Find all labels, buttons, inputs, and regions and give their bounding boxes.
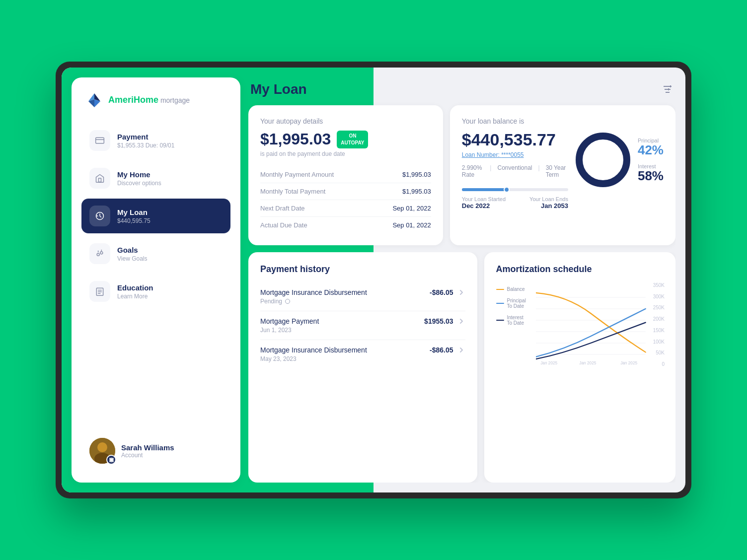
chevron-right-icon-0 bbox=[457, 288, 465, 296]
svg-point-10 bbox=[100, 252, 103, 254]
donut-chart-area: Principal 42% Interest 58% bbox=[568, 130, 664, 190]
legend-interest: InterestTo Date bbox=[496, 315, 536, 326]
payment-amount-2: -$86.05 bbox=[430, 346, 465, 354]
loan-ends-val: Jan 2053 bbox=[529, 202, 568, 210]
payment-name-0: Mortgage Insurance Disbursement bbox=[260, 288, 367, 296]
sidebar-item-my-home[interactable]: My Home Discover options bbox=[81, 161, 230, 196]
table-row: Monthly Total Payment $1,995.03 bbox=[260, 183, 431, 200]
loan-dates: Your Loan Started Dec 2022 Your Loan End… bbox=[462, 196, 568, 210]
goals-icon-box bbox=[89, 243, 110, 264]
user-role: Account bbox=[121, 452, 174, 459]
autopay-row-val-0: $1,995.03 bbox=[373, 166, 431, 183]
logo-icon bbox=[85, 91, 103, 109]
chart-svg: Jan 2025 Jan 2025 Jan 2025 bbox=[536, 282, 664, 369]
amortization-chart-wrap: Balance PrincipalTo Date InterestTo Date bbox=[496, 282, 664, 371]
payment-date-2: May 23, 2023 bbox=[260, 355, 465, 362]
payment-history-card: Payment history Mortgage Insurance Disbu… bbox=[248, 252, 477, 483]
filter-icon bbox=[662, 83, 673, 95]
balance-left: $440,535.77 Loan Number: ****0055 2.990%… bbox=[462, 130, 568, 210]
avatar bbox=[89, 438, 115, 464]
payment-item-1[interactable]: Mortgage Payment $1955.03 Jun 1, 2023 bbox=[260, 311, 465, 340]
payment-icon-box bbox=[89, 130, 110, 151]
sidebar-item-goals[interactable]: Goals View Goals bbox=[81, 236, 230, 271]
payment-item-0[interactable]: Mortgage Insurance Disbursement -$86.05 … bbox=[260, 282, 465, 311]
loan-meta: 2.990% Rate | Conventional | 30 Year Ter… bbox=[462, 164, 568, 178]
goals-icon bbox=[95, 249, 105, 259]
sidebar-item-education[interactable]: Education Learn More bbox=[81, 274, 230, 309]
legend-balance: Balance bbox=[496, 286, 536, 292]
screen: AmeriHome mortgage Payment $1,955.33 Due… bbox=[62, 68, 685, 492]
autopay-amount-row: $1,995.03 ONAUTOPAY bbox=[260, 130, 431, 148]
autopay-sub: is paid on the payment due date bbox=[260, 150, 431, 157]
payment-icon bbox=[95, 136, 105, 145]
sidebar: AmeriHome mortgage Payment $1,955.33 Due… bbox=[72, 77, 240, 483]
loan-number[interactable]: Loan Number: ****0055 bbox=[462, 151, 568, 158]
logo-text: AmeriHome mortgage bbox=[108, 95, 190, 105]
svg-text:Jan 2025: Jan 2025 bbox=[620, 361, 637, 365]
gear-icon bbox=[109, 457, 114, 463]
main-content: My Loan Your au bbox=[248, 77, 675, 483]
pending-indicator bbox=[285, 299, 290, 304]
user-info: Sarah Williams Account bbox=[121, 443, 174, 459]
loan-ends-label: Your Loan Ends bbox=[529, 196, 568, 202]
loan-started-val: Dec 2022 bbox=[462, 202, 506, 210]
sidebar-item-my-loan[interactable]: My Loan $440,595.75 bbox=[81, 199, 230, 233]
loan-started-label: Your Loan Started bbox=[462, 196, 506, 202]
y-axis-labels: 350K 300K 250K 200K 150K 100K 50K 0 bbox=[653, 282, 665, 367]
autopay-row-val-3: Sep 01, 2022 bbox=[373, 217, 431, 234]
sidebar-item-payment[interactable]: Payment $1,955.33 Due: 09/01 bbox=[81, 123, 230, 158]
interest-label: Interest 58% bbox=[638, 163, 664, 182]
table-row: Actual Due Date Sep 01, 2022 bbox=[260, 217, 431, 234]
nav-label-education: Education Learn More bbox=[117, 283, 153, 300]
svg-point-20 bbox=[98, 443, 106, 451]
page-header: My Loan bbox=[248, 77, 675, 98]
autopay-card: Your autopay details $1,995.03 ONAUTOPAY… bbox=[248, 105, 443, 245]
svg-text:Jan 2025: Jan 2025 bbox=[540, 361, 557, 365]
payment-date-0: Pending bbox=[260, 298, 465, 305]
settings-badge[interactable] bbox=[106, 455, 116, 465]
donut-legend: Principal 42% Interest 58% bbox=[638, 138, 664, 182]
svg-rect-6 bbox=[99, 178, 101, 182]
balance-card: Your loan balance is $440,535.77 Loan Nu… bbox=[450, 105, 675, 245]
autopay-row-label-1: Monthly Total Payment bbox=[260, 183, 373, 200]
logo-area: AmeriHome mortgage bbox=[81, 91, 230, 109]
payment-date-1: Jun 1, 2023 bbox=[260, 327, 465, 334]
payment-name-2: Mortgage Insurance Disbursement bbox=[260, 346, 367, 354]
svg-rect-4 bbox=[96, 138, 104, 143]
legend-principal: PrincipalTo Date bbox=[496, 298, 536, 309]
user-name: Sarah Williams bbox=[121, 443, 174, 452]
payment-amount-1: $1955.03 bbox=[424, 317, 465, 325]
autopay-table: Monthly Payment Amount $1,995.03 Monthly… bbox=[260, 166, 431, 233]
autopay-row-label-2: Next Draft Date bbox=[260, 200, 373, 217]
user-section[interactable]: Sarah Williams Account bbox=[81, 431, 230, 471]
amortization-title: Amortization schedule bbox=[496, 264, 664, 275]
education-icon-box bbox=[89, 281, 110, 302]
loan-icon bbox=[95, 211, 105, 221]
svg-point-9 bbox=[97, 253, 99, 256]
nav-label-my-home: My Home Discover options bbox=[117, 170, 161, 187]
payment-history-title: Payment history bbox=[260, 264, 465, 275]
filter-button[interactable] bbox=[662, 83, 673, 95]
table-row: Monthly Payment Amount $1,995.03 bbox=[260, 166, 431, 183]
balance-amount: $440,535.77 bbox=[462, 130, 568, 149]
education-icon bbox=[95, 286, 105, 296]
autopay-row-val-2: Sep 01, 2022 bbox=[373, 200, 431, 217]
top-cards-row: Your autopay details $1,995.03 ONAUTOPAY… bbox=[248, 105, 675, 245]
home-icon bbox=[95, 173, 105, 183]
loan-progress-bar bbox=[462, 188, 568, 191]
chevron-right-icon-1 bbox=[457, 317, 465, 325]
balance-title: Your loan balance is bbox=[462, 117, 664, 125]
loan-icon-box bbox=[89, 206, 110, 226]
principal-label: Principal 42% bbox=[638, 138, 664, 156]
donut-chart bbox=[573, 130, 633, 190]
balance-card-inner: $440,535.77 Loan Number: ****0055 2.990%… bbox=[462, 130, 664, 210]
device-frame: AmeriHome mortgage Payment $1,955.33 Due… bbox=[56, 62, 691, 498]
nav-label-goals: Goals View Goals bbox=[117, 246, 147, 262]
autopay-amount: $1,995.03 bbox=[260, 130, 331, 148]
screen-inner: AmeriHome mortgage Payment $1,955.33 Due… bbox=[62, 68, 685, 492]
payment-item-2[interactable]: Mortgage Insurance Disbursement -$86.05 … bbox=[260, 340, 465, 368]
donut-svg bbox=[573, 130, 633, 190]
page-title: My Loan bbox=[250, 81, 307, 97]
nav-label-payment: Payment $1,955.33 Due: 09/01 bbox=[117, 133, 174, 149]
amortization-card: Amortization schedule Balance Pr bbox=[484, 252, 676, 483]
